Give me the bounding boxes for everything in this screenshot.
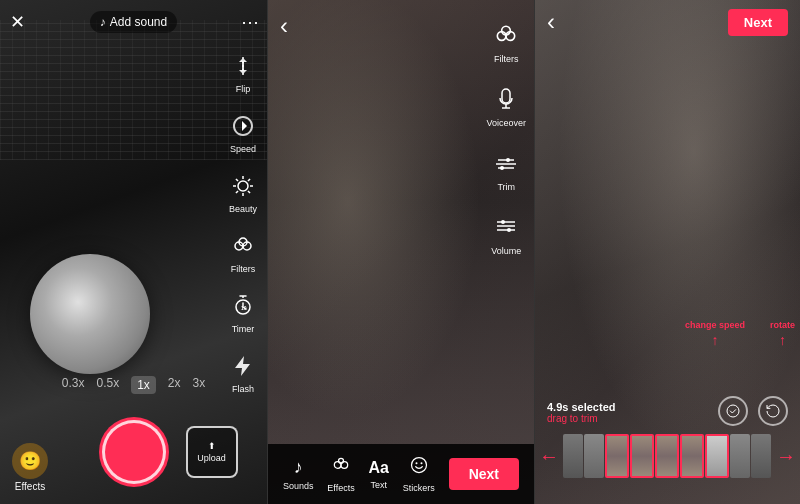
- speed-03x[interactable]: 0.3x: [62, 376, 85, 394]
- edit-toolbar: Filters Voiceover: [486, 20, 526, 256]
- flip-label: Flip: [236, 84, 251, 94]
- frame-selected-4: [680, 434, 704, 478]
- camera-panel: ✕ ♪ Add sound ⋯ Flip Speed: [0, 0, 267, 504]
- filters-edit-button[interactable]: Filters: [490, 20, 522, 64]
- svg-point-27: [420, 462, 422, 464]
- speed-1x-active[interactable]: 1x: [131, 376, 156, 394]
- timer-button[interactable]: 10 Timer: [227, 290, 259, 334]
- frame-4: [751, 434, 771, 478]
- volume-icon: [490, 212, 522, 244]
- rotate-label: rotate: [770, 320, 795, 330]
- edit-bottom-bar: ♪ Sounds Effects Aa Text: [268, 444, 534, 504]
- text-icon: Aa: [369, 459, 389, 477]
- speed-label: Speed: [230, 144, 256, 154]
- volume-label: Volume: [491, 246, 521, 256]
- speed-selector: 0.3x 0.5x 1x 2x 3x: [0, 376, 267, 394]
- svg-point-1: [238, 181, 248, 191]
- sounds-icon: ♪: [294, 457, 303, 478]
- filters-edit-label: Filters: [494, 54, 519, 64]
- speed-05x[interactable]: 0.5x: [96, 376, 119, 394]
- speed-circle-button[interactable]: [718, 396, 748, 426]
- svg-point-16: [500, 166, 504, 170]
- flip-button[interactable]: Flip: [227, 50, 259, 94]
- upload-label: Upload: [197, 453, 226, 463]
- rotate-circle-button[interactable]: [758, 396, 788, 426]
- back-button[interactable]: ‹: [280, 12, 288, 40]
- frame-selected-5: [705, 434, 729, 478]
- trim-action-icons: [718, 396, 788, 426]
- frame-selected-3: [655, 434, 679, 478]
- upload-icon: ⬆: [208, 441, 216, 451]
- frame-selected-1: [605, 434, 629, 478]
- frame-2: [584, 434, 604, 478]
- edit-panel: ‹ Filters Voiceover: [267, 0, 534, 504]
- next-button-edit[interactable]: Next: [449, 458, 519, 490]
- speed-icon: [227, 110, 259, 142]
- stickers-button[interactable]: Stickers: [403, 455, 435, 493]
- drag-to-trim-text: drag to trim: [547, 413, 616, 424]
- speed-button[interactable]: Speed: [227, 110, 259, 154]
- filters-edit-icon: [490, 20, 522, 52]
- flip-icon: [227, 50, 259, 82]
- change-speed-annotation: change speed ↑: [685, 320, 745, 348]
- trim-topbar: ‹ Next: [535, 0, 800, 44]
- timeline-arrow-right-icon[interactable]: →: [776, 445, 796, 468]
- svg-point-15: [506, 158, 510, 162]
- close-icon[interactable]: ✕: [10, 11, 25, 33]
- next-button-trim[interactable]: Next: [728, 9, 788, 36]
- beauty-label: Beauty: [229, 204, 257, 214]
- effects-bottom-label: Effects: [327, 483, 354, 493]
- filters-button[interactable]: Filters: [227, 230, 259, 274]
- effects-bottom-button[interactable]: Effects: [327, 455, 354, 493]
- trim-background: [535, 0, 800, 504]
- effects-label: Effects: [15, 481, 45, 492]
- svg-point-24: [338, 458, 343, 463]
- svg-point-28: [727, 405, 739, 417]
- duration-text: 4.9s selected: [547, 401, 616, 413]
- beauty-icon: [227, 170, 259, 202]
- filters-icon: [227, 230, 259, 262]
- fluffy-ball-subject: [30, 254, 150, 374]
- effects-bottom-icon: [331, 455, 351, 480]
- upload-button[interactable]: ⬆ Upload: [186, 426, 238, 478]
- music-note-icon: ♪: [100, 15, 106, 29]
- camera-toolbar: Flip Speed Beauty: [227, 50, 259, 394]
- more-icon[interactable]: ⋯: [241, 11, 259, 33]
- voiceover-button[interactable]: Voiceover: [486, 84, 526, 128]
- record-button[interactable]: [102, 420, 166, 484]
- stickers-label: Stickers: [403, 483, 435, 493]
- sounds-label: Sounds: [283, 481, 314, 491]
- effects-emoji-icon[interactable]: 🙂: [12, 443, 48, 479]
- speed-2x[interactable]: 2x: [168, 376, 181, 394]
- svg-text:10: 10: [241, 305, 247, 311]
- beauty-button[interactable]: Beauty: [227, 170, 259, 214]
- text-button[interactable]: Aa Text: [369, 459, 389, 490]
- voiceover-label: Voiceover: [486, 118, 526, 128]
- filters-label: Filters: [231, 264, 256, 274]
- change-speed-arrow-icon: ↑: [685, 332, 745, 348]
- speed-3x[interactable]: 3x: [193, 376, 206, 394]
- record-row: ⬆ Upload: [30, 420, 238, 484]
- text-label: Text: [370, 480, 387, 490]
- svg-point-21: [507, 228, 511, 232]
- effects-area: 🙂 Effects: [12, 443, 48, 492]
- timer-icon: 10: [227, 290, 259, 322]
- sounds-button[interactable]: ♪ Sounds: [283, 457, 314, 491]
- timeline-strip[interactable]: ← →: [535, 432, 800, 480]
- timeline-frames: [563, 434, 772, 478]
- trim-button[interactable]: Trim: [490, 148, 522, 192]
- add-sound-button[interactable]: ♪ Add sound: [90, 11, 177, 33]
- add-sound-label: Add sound: [110, 15, 167, 29]
- svg-point-26: [415, 462, 417, 464]
- frame-1: [563, 434, 583, 478]
- camera-bottom-controls: ⬆ Upload 🙂 Effects: [0, 404, 267, 504]
- svg-point-25: [411, 458, 426, 473]
- rotate-annotation: rotate ↑: [770, 320, 795, 348]
- frame-selected-2: [630, 434, 654, 478]
- rotate-arrow-icon: ↑: [770, 332, 795, 348]
- timeline-arrow-left-icon[interactable]: ←: [539, 445, 559, 468]
- trim-back-icon[interactable]: ‹: [547, 8, 555, 36]
- voiceover-icon: [490, 84, 522, 116]
- trim-icon: [490, 148, 522, 180]
- volume-button[interactable]: Volume: [490, 212, 522, 256]
